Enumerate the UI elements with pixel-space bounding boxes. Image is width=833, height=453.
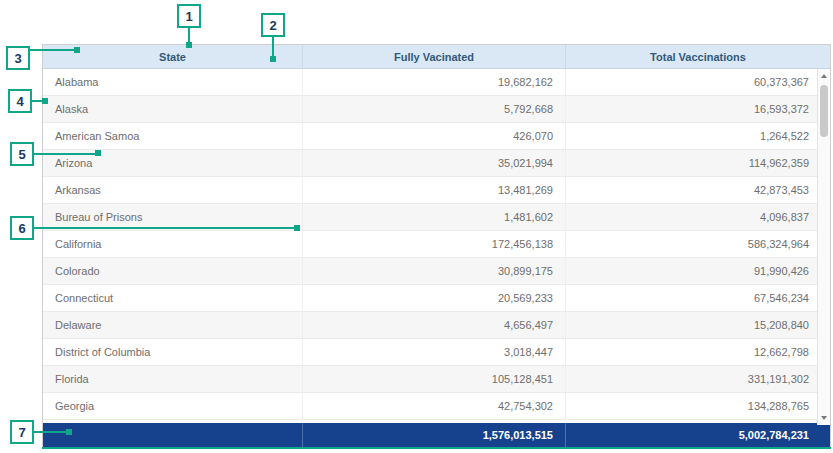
- arrow-down-icon: [821, 416, 827, 420]
- callout-4-badge: 4: [8, 89, 32, 113]
- callout-5-badge: 5: [10, 142, 34, 166]
- state-cell: Alaska: [43, 96, 303, 122]
- callout-6-dot: [294, 225, 300, 231]
- callout-4-dot: [42, 98, 48, 104]
- state-cell: Florida: [43, 366, 303, 392]
- state-cell: Alabama: [43, 69, 303, 95]
- fully-vaccinated-cell: 172,456,138: [303, 231, 566, 257]
- column-header-state[interactable]: State: [43, 45, 303, 68]
- table-row[interactable]: Connecticut 20,569,233 67,546,234: [43, 285, 830, 312]
- fully-vaccinated-cell: 4,656,497: [303, 312, 566, 338]
- fully-vaccinated-cell: 105,128,451: [303, 366, 566, 392]
- table-row[interactable]: District of Columbia 3,018,447 12,662,79…: [43, 339, 830, 366]
- callout-1-dot: [186, 42, 192, 48]
- fully-vaccinated-cell: 30,899,175: [303, 258, 566, 284]
- callout-5-line: [34, 153, 98, 155]
- table-body: Alabama 19,682,162 60,373,367 Alaska 5,7…: [43, 69, 830, 425]
- scrollbar-thumb[interactable]: [820, 85, 828, 137]
- column-header-total-vaccinations[interactable]: Total Vaccinations: [566, 45, 830, 68]
- total-vaccinations-cell: 1,264,522: [566, 123, 830, 149]
- fully-vaccinated-cell: 19,682,162: [303, 69, 566, 95]
- state-cell: Georgia: [43, 393, 303, 419]
- scroll-up-button[interactable]: [818, 69, 830, 83]
- callout-5-dot: [95, 150, 101, 156]
- state-cell: District of Columbia: [43, 339, 303, 365]
- table-row[interactable]: California 172,456,138 586,324,964: [43, 231, 830, 258]
- total-fully-vaccinated-cell: 1,576,013,515: [303, 423, 566, 447]
- callout-7-badge: 7: [10, 420, 34, 444]
- total-vaccinations-cell: 16,593,372: [566, 96, 830, 122]
- state-cell: Delaware: [43, 312, 303, 338]
- fully-vaccinated-cell: 1,481,602: [303, 204, 566, 230]
- table-row[interactable]: Alabama 19,682,162 60,373,367: [43, 69, 830, 96]
- fully-vaccinated-cell: 426,070: [303, 123, 566, 149]
- arrow-up-icon: [821, 74, 827, 78]
- total-vaccinations-cell: 15,208,840: [566, 312, 830, 338]
- table-row[interactable]: American Samoa 426,070 1,264,522: [43, 123, 830, 150]
- state-cell: Arkansas: [43, 177, 303, 203]
- total-state-cell: [43, 423, 303, 447]
- state-cell: Colorado: [43, 258, 303, 284]
- total-vaccinations-cell: 331,191,302: [566, 366, 830, 392]
- fully-vaccinated-cell: 20,569,233: [303, 285, 566, 311]
- state-cell: Connecticut: [43, 285, 303, 311]
- table-row[interactable]: Georgia 42,754,302 134,288,765: [43, 393, 830, 420]
- callout-7-line: [34, 431, 70, 433]
- total-vaccinations-cell: 114,962,359: [566, 150, 830, 176]
- summary-total-row: 1,576,013,515 5,002,784,231: [43, 423, 830, 447]
- scroll-down-button[interactable]: [818, 411, 830, 425]
- callout-2-badge: 2: [261, 13, 285, 37]
- attribute-table: State Fully Vacinated Total Vaccinations…: [42, 44, 831, 448]
- total-vaccinations-cell: 60,373,367: [566, 69, 830, 95]
- fully-vaccinated-cell: 42,754,302: [303, 393, 566, 419]
- callout-3-line: [30, 49, 76, 51]
- table-row[interactable]: Colorado 30,899,175 91,990,426: [43, 258, 830, 285]
- callout-1-badge: 1: [177, 4, 201, 28]
- total-vaccinations-cell: 134,288,765: [566, 393, 830, 419]
- state-cell: California: [43, 231, 303, 257]
- callout-6-line: [34, 227, 296, 229]
- total-vaccinations-cell: 67,546,234: [566, 285, 830, 311]
- annotated-table-screenshot: State Fully Vacinated Total Vaccinations…: [0, 0, 833, 453]
- table-row[interactable]: Delaware 4,656,497 15,208,840: [43, 312, 830, 339]
- callout-3-dot: [74, 47, 80, 53]
- vertical-scrollbar[interactable]: [817, 69, 830, 425]
- total-vaccinations-cell: 586,324,964: [566, 231, 830, 257]
- total-vaccinations-cell: 12,662,798: [566, 339, 830, 365]
- state-cell: American Samoa: [43, 123, 303, 149]
- table-row[interactable]: Florida 105,128,451 331,191,302: [43, 366, 830, 393]
- total-vaccinations-cell: 42,873,453: [566, 177, 830, 203]
- total-vaccinations-cell: 4,096,837: [566, 204, 830, 230]
- column-header-fully-vaccinated[interactable]: Fully Vacinated: [303, 45, 566, 68]
- callout-2-dot: [270, 56, 276, 62]
- fully-vaccinated-cell: 35,021,994: [303, 150, 566, 176]
- callout-7-dot: [66, 429, 72, 435]
- summary-row-underline: [42, 447, 831, 449]
- fully-vaccinated-cell: 13,481,269: [303, 177, 566, 203]
- fully-vaccinated-cell: 5,792,668: [303, 96, 566, 122]
- callout-3-badge: 3: [6, 46, 30, 70]
- table-header-row: State Fully Vacinated Total Vaccinations: [43, 45, 830, 69]
- total-total-vaccinations-cell: 5,002,784,231: [566, 423, 830, 447]
- table-row[interactable]: Arizona 35,021,994 114,962,359: [43, 150, 830, 177]
- table-row[interactable]: Alaska 5,792,668 16,593,372: [43, 96, 830, 123]
- callout-6-badge: 6: [10, 216, 34, 240]
- fully-vaccinated-cell: 3,018,447: [303, 339, 566, 365]
- table-row[interactable]: Arkansas 13,481,269 42,873,453: [43, 177, 830, 204]
- total-vaccinations-cell: 91,990,426: [566, 258, 830, 284]
